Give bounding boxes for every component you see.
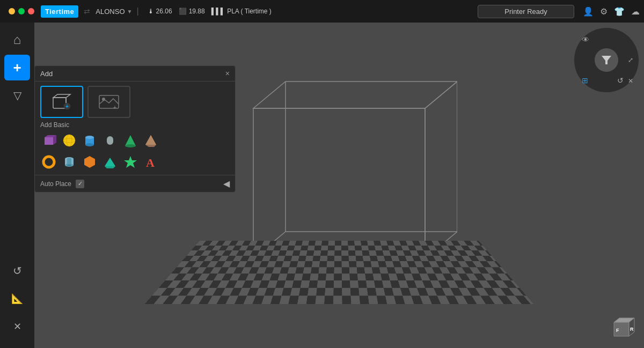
svg-point-28 [43,157,54,167]
auto-place-checkbox[interactable]: ✓ [76,180,84,188]
close-button[interactable] [28,8,34,14]
floor-grid [200,241,479,305]
orientation-cube[interactable]: F R [612,316,635,339]
titlebar-icons: 👤 ⚙ 👕 ☁ [583,6,640,17]
svg-marker-38 [124,156,137,168]
nav-controls: + ⬜ ≡ 👁 ⊞ ⤢ ↺ ✕ [574,28,639,92]
svg-marker-0 [253,108,425,258]
sidebar-item-add[interactable]: + [4,55,30,80]
printer-name: ALONSO [96,8,125,16]
svg-text:+: + [65,103,69,109]
brand-logo: Tiertime [41,5,78,18]
svg-marker-40 [602,56,611,64]
svg-point-22 [85,143,94,146]
svg-marker-1 [253,82,457,108]
shape-sphere[interactable] [61,132,78,149]
shape-cube[interactable] [40,132,57,149]
printer-name-area: ALONSO ▼ [96,8,132,16]
material-info: ▌▌▌ PLA ( Tiertime ) [211,8,272,15]
sidebar-item-support[interactable]: ▽ [4,83,30,108]
main-layout: ⌂ + ▽ ↺ 📐 ✕ [0,23,644,348]
svg-point-34 [67,165,71,166]
maximize-button[interactable] [18,8,25,14]
collapse-arrow[interactable]: ◀ [223,179,230,189]
cloud-icon[interactable]: ☁ [631,6,640,17]
printer-status-button[interactable]: Printer Ready [478,5,574,18]
nav-close-icon[interactable]: ✕ [628,77,633,85]
sidebar-item-measure[interactable]: 📐 [4,286,30,312]
add-panel-title: Add [40,70,53,78]
shape-tube[interactable] [61,153,78,171]
printer-info: 🌡 26.06 ⬛ 19.88 ▌▌▌ PLA ( Tiertime ) [148,8,272,15]
svg-point-25 [125,144,136,147]
nav-center-button[interactable] [595,48,618,72]
shape-hexagon[interactable] [81,153,98,171]
nav-eye-icon[interactable]: 👁 [582,35,589,44]
title-bar: Tiertime ⇄ ALONSO ▼ | 🌡 26.06 ⬛ 19.88 ▌▌… [0,0,644,23]
add-tab-image[interactable]: + [87,86,130,118]
add-panel-footer: Auto Place ✓ ◀ [35,175,235,192]
nav-layers-icon[interactable]: ⊞ [582,76,588,85]
minimize-button[interactable] [9,8,15,14]
svg-text:+: + [113,105,116,110]
bed-temp: ⬛ 19.88 [179,8,205,15]
add-panel-close-button[interactable]: × [225,69,230,78]
svg-point-17 [63,135,75,146]
shape-cylinder[interactable] [81,132,98,149]
svg-text:R: R [630,327,634,332]
nozzle-temp: 🌡 26.06 [148,8,172,15]
sidebar-item-undo[interactable]: ↺ [4,258,30,284]
shape-cone[interactable] [122,132,139,149]
printer-dropdown-arrow[interactable]: ▼ [127,9,133,14]
svg-marker-36 [105,158,115,166]
checkerboard-pattern [144,241,533,304]
svg-point-21 [85,136,94,139]
nav-expand-icon[interactable]: ⤢ [628,56,633,64]
add-basic-label: Add Basic [35,118,235,130]
nav-circle: 👁 ⊞ ⤢ ↺ ✕ [574,28,639,92]
svg-marker-35 [84,156,95,168]
add-panel: Add × + [34,65,236,192]
svg-marker-7 [53,94,70,98]
sidebar-item-tools[interactable]: ✕ [4,314,30,339]
svg-marker-37 [105,166,115,168]
profile-icon[interactable]: 👤 [583,6,594,17]
viewport: Add × + [34,23,644,348]
filament-icon[interactable]: 👕 [614,6,625,17]
add-panel-header: Add × [35,66,235,82]
svg-point-12 [102,98,105,101]
shape-star[interactable] [122,153,139,171]
window-controls [9,8,34,14]
shape-wedge[interactable] [101,153,119,171]
sidebar-item-home[interactable]: ⌂ [4,27,30,53]
shapes-row-2: A [35,151,235,173]
shape-text[interactable]: A [142,153,159,171]
left-sidebar: ⌂ + ▽ ↺ 📐 ✕ [0,23,34,348]
svg-rect-33 [67,159,71,165]
add-tab-model[interactable]: + [40,86,83,118]
svg-marker-14 [45,137,53,145]
svg-text:A: A [146,156,155,169]
nav-undo-icon[interactable]: ↺ [617,76,624,85]
auto-place-label: Auto Place [40,180,71,188]
shape-capsule[interactable] [101,132,119,149]
add-panel-tabs: + + [35,82,235,118]
svg-marker-27 [145,135,156,147]
settings-icon[interactable]: ⚙ [600,6,608,17]
svg-rect-23 [107,136,113,145]
shape-torus[interactable] [40,153,57,171]
svg-text:F: F [616,328,619,333]
shape-pyramid[interactable] [142,132,159,149]
shapes-row-1 [35,130,235,151]
nav-icon[interactable]: ⇄ [84,7,90,16]
